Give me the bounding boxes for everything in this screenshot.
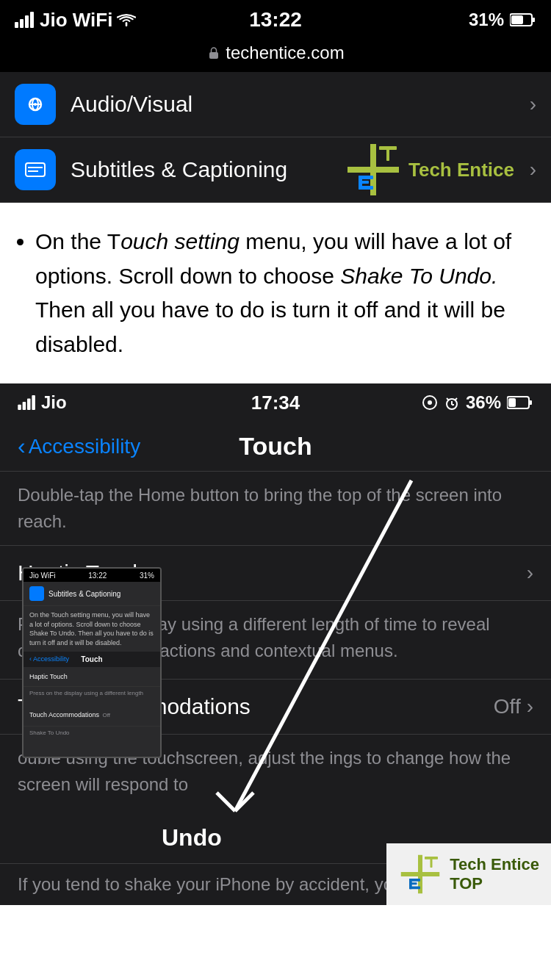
av-chevron: ›: [530, 93, 536, 116]
svg-rect-19: [386, 146, 389, 161]
svg-rect-2: [25, 15, 29, 28]
touch-acc-chevron: ›: [527, 695, 533, 718]
svg-rect-37: [508, 398, 516, 407]
thumb-row-1: Subtitles & Captioning: [24, 582, 160, 606]
status-carrier: Jio WiFi: [15, 9, 136, 32]
thumb-body: On the Touch setting menu, you will have…: [24, 606, 160, 652]
status-right-2: 36%: [422, 392, 533, 413]
carrier-2: Jio: [41, 392, 67, 413]
battery-percent-1: 31%: [469, 10, 504, 30]
av-label: Audio/Visual: [71, 92, 530, 117]
svg-rect-12: [26, 163, 45, 176]
touch-title: Touch: [239, 432, 311, 461]
svg-rect-1: [20, 19, 24, 28]
svg-line-34: [455, 398, 457, 400]
status-bar-1: Jio WiFi 13:22 31%: [0, 0, 551, 40]
svg-rect-48: [409, 879, 412, 889]
italic-touch: ouch setting: [120, 229, 240, 253]
thumb-touch-acc: Touch Accommodations Off: [24, 701, 160, 727]
subtitles-chevron: ›: [530, 158, 536, 181]
svg-point-11: [34, 103, 37, 106]
url-text: techentice.com: [226, 43, 344, 63]
subtitle-icon: [15, 149, 56, 190]
thumb-icon-av: [29, 586, 44, 601]
svg-line-33: [447, 398, 449, 400]
watermark-bottom-text: Tech Entice TOP: [450, 855, 539, 894]
svg-rect-6: [511, 15, 523, 24]
time-2: 17:34: [251, 392, 300, 414]
signal-icon-2: [18, 395, 37, 410]
battery-percent-2: 36%: [466, 392, 501, 413]
thumb-status: Jio WiFi 13:22 31%: [24, 569, 160, 582]
svg-rect-24: [18, 405, 21, 410]
screenshot-bottom: Jio 17:34 36% ‹: [0, 383, 551, 905]
svg-rect-27: [32, 395, 35, 410]
battery-icon-2: [507, 395, 533, 410]
svg-rect-26: [27, 399, 31, 410]
svg-rect-44: [431, 857, 433, 868]
watermark-top: Tech Entice: [344, 140, 514, 199]
alarm-icon: [444, 394, 460, 411]
touch-nav-bar: ‹ Accessibility Touch: [0, 422, 551, 472]
article-text: On the Touch setting menu, you will have…: [35, 229, 511, 356]
thumb-nav: ‹ Accessibility Touch: [24, 652, 160, 667]
watermark-logo-top: [344, 140, 403, 199]
italic-shake: Shake To Undo.: [340, 264, 497, 288]
svg-point-29: [428, 400, 432, 405]
av-symbol: [23, 92, 48, 117]
av-icon: [15, 84, 56, 125]
thumb-haptic-desc: Press on the display using a different l…: [24, 687, 160, 700]
back-button[interactable]: ‹ Accessibility: [18, 433, 140, 460]
screenshot-top: Audio/Visual › Subtitles & Captioning: [0, 72, 551, 203]
svg-rect-7: [209, 52, 218, 59]
lock-icon: [206, 46, 221, 60]
touch-acc-value: Off: [494, 695, 521, 718]
watermark-text-top: Tech Entice: [408, 159, 514, 181]
svg-rect-0: [15, 22, 18, 28]
back-label: Accessibility: [29, 435, 140, 458]
wifi-icon: [117, 12, 136, 28]
settings-row-av[interactable]: Audio/Visual ›: [0, 72, 551, 137]
svg-rect-36: [529, 400, 532, 405]
carrier-name: Jio WiFi: [40, 9, 112, 32]
thumb-haptic: Haptic Touch: [24, 667, 160, 687]
article-section: On the Touch setting menu, you will have…: [0, 203, 551, 383]
haptic-chevron: ›: [527, 561, 533, 585]
touch-description: Double-tap the Home button to bring the …: [0, 472, 551, 545]
svg-rect-3: [30, 12, 34, 28]
status-bar-2: Jio 17:34 36%: [0, 383, 551, 422]
svg-rect-25: [23, 402, 26, 410]
settings-row-subtitles[interactable]: Subtitles & Captioning Tech Entice ›: [0, 137, 551, 202]
watermark-bottom[interactable]: Tech Entice TOP: [386, 843, 551, 905]
url-bar[interactable]: techentice.com: [0, 40, 551, 72]
svg-rect-5: [532, 18, 535, 22]
battery-icon-1: [510, 12, 536, 27]
location-icon: [422, 394, 438, 411]
bottom-partial-text: If you tend to shake your iPhone by acci…: [18, 874, 417, 894]
subtitle-symbol: [23, 157, 48, 182]
back-chevron: ‹: [18, 433, 26, 460]
thumb-touch-desc: Shake To Undo: [24, 727, 160, 740]
status-left-2: Jio: [18, 392, 67, 413]
svg-rect-23: [359, 176, 362, 190]
status-right-1: 31%: [469, 10, 536, 30]
watermark-logo-bottom: [398, 852, 442, 896]
thumbnail-overlay: Jio WiFi 13:22 31% Subtitles & Captionin…: [22, 567, 162, 758]
signal-icon: [15, 12, 35, 28]
status-time-1: 13:22: [249, 8, 302, 32]
